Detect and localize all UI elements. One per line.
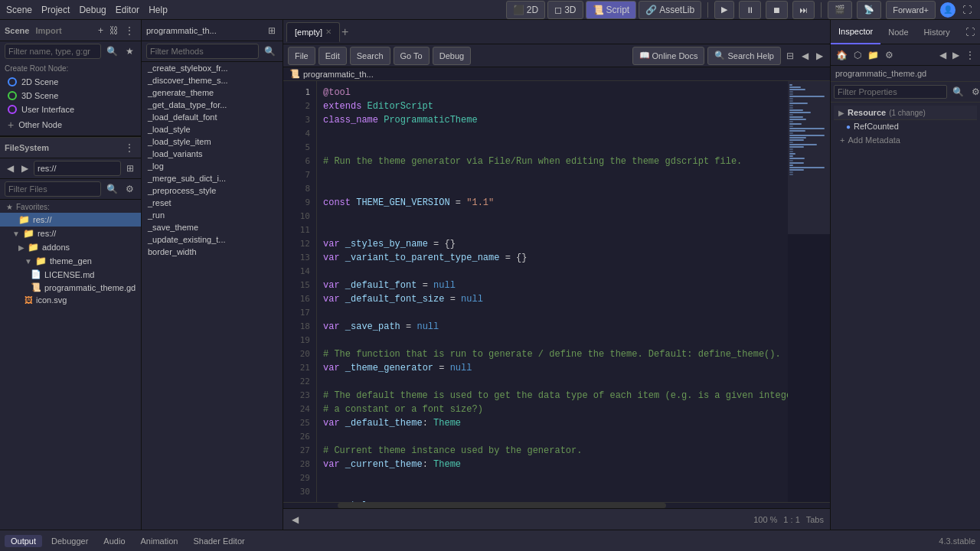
filter-search-btn[interactable]: 🔍 bbox=[950, 86, 966, 98]
link-btn[interactable]: ⛓ bbox=[107, 24, 121, 37]
method-item[interactable]: _generate_theme bbox=[142, 86, 283, 99]
create-other-node[interactable]: + Other Node bbox=[5, 117, 136, 132]
debug-menu-btn[interactable]: Debug bbox=[433, 47, 471, 65]
expand-btn[interactable]: ⛶ bbox=[963, 26, 977, 38]
movie-btn[interactable]: 🎬 bbox=[828, 1, 852, 19]
h-scroll-thumb[interactable] bbox=[338, 503, 665, 508]
online-docs-btn[interactable]: 📖 Online Docs bbox=[632, 47, 705, 65]
methods-search-field[interactable] bbox=[146, 44, 259, 59]
fs-programmatic[interactable]: 📜 programmatic_theme.gd bbox=[0, 281, 141, 294]
tab-inspector[interactable]: Inspector bbox=[831, 20, 880, 44]
tab-output[interactable]: Output bbox=[5, 535, 42, 547]
methods-search-input[interactable] bbox=[150, 47, 255, 56]
inspector-settings-btn[interactable]: ⚙ bbox=[883, 49, 896, 61]
fs-theme-gen[interactable]: ▼ 📁 theme_gen bbox=[0, 254, 141, 268]
method-item[interactable]: _preprocess_style bbox=[142, 184, 283, 197]
scene-search-input[interactable] bbox=[8, 47, 97, 56]
method-item[interactable]: _reset bbox=[142, 197, 283, 209]
toolbar-3d-btn[interactable]: ◻ 3D bbox=[547, 1, 583, 19]
create-2d-scene[interactable]: 2D Scene bbox=[5, 76, 136, 88]
methods-search-btn[interactable]: 🔍 bbox=[262, 44, 278, 59]
back-btn-inspector[interactable]: ◀ bbox=[937, 49, 949, 61]
pause-btn[interactable]: ⏸ bbox=[739, 1, 761, 19]
file-menu-btn[interactable]: File bbox=[288, 47, 315, 65]
code-content[interactable]: @toolextends EditorScriptclass_name Prog… bbox=[317, 81, 788, 502]
collapse-btn[interactable]: ◀ bbox=[289, 514, 301, 526]
goto-menu-btn[interactable]: Go To bbox=[394, 47, 430, 65]
fs-icon-svg[interactable]: 🖼 icon.svg bbox=[0, 294, 141, 306]
fs-filter-btn[interactable]: ⚙ bbox=[123, 181, 136, 197]
create-ui-scene[interactable]: User Interface bbox=[5, 103, 136, 116]
search-menu-btn[interactable]: Search bbox=[350, 47, 390, 65]
fs-res-item[interactable]: 📁 res:// bbox=[0, 213, 141, 227]
filter-properties-input[interactable] bbox=[834, 85, 947, 99]
fs-back-btn[interactable]: ◀ bbox=[5, 162, 16, 174]
toolbar-assetlib-btn[interactable]: 🔗 AssetLib bbox=[639, 1, 701, 19]
scene-search-btn[interactable]: 🔍 bbox=[104, 44, 120, 59]
toolbar-script-btn[interactable]: 📜 Script bbox=[586, 1, 637, 19]
method-item[interactable]: _run bbox=[142, 209, 283, 221]
method-item[interactable]: _load_style bbox=[142, 123, 283, 135]
fs-layout-btn[interactable]: ⊞ bbox=[124, 162, 136, 174]
search-help-btn[interactable]: 🔍 Search Help bbox=[707, 47, 781, 65]
step-btn[interactable]: ⏭ bbox=[792, 1, 815, 19]
tab-debugger[interactable]: Debugger bbox=[45, 535, 94, 547]
inspector-scene-btn[interactable]: 🏠 bbox=[834, 49, 850, 61]
inspector-options-btn[interactable]: ⋮ bbox=[963, 49, 977, 61]
methods-options-btn[interactable]: ⊞ bbox=[266, 24, 278, 37]
fs-search-input[interactable] bbox=[8, 184, 97, 194]
menu-editor[interactable]: Editor bbox=[116, 5, 139, 15]
method-item[interactable]: _merge_sub_dict_i... bbox=[142, 172, 283, 184]
fs-forward-btn[interactable]: ▶ bbox=[19, 162, 31, 174]
tab-close-btn[interactable]: ✕ bbox=[325, 28, 332, 36]
method-item[interactable]: _create_stylebox_fr... bbox=[142, 62, 283, 74]
fs-res-root[interactable]: ▼ 📁 res:// bbox=[0, 227, 141, 240]
horizontal-scrollbar[interactable] bbox=[283, 502, 830, 508]
tab-empty[interactable]: [empty] ✕ bbox=[286, 22, 340, 42]
method-item[interactable]: _load_variants bbox=[142, 148, 283, 160]
inspector-folder-btn[interactable]: 📁 bbox=[865, 49, 881, 61]
toolbar-2d-btn[interactable]: ⬛ 2D bbox=[506, 1, 545, 19]
stop-btn[interactable]: ⏹ bbox=[766, 1, 788, 19]
add-metadata-btn[interactable]: + Add Metadata bbox=[834, 132, 977, 148]
inspector-node-btn[interactable]: ⬡ bbox=[851, 49, 864, 61]
tab-audio[interactable]: Audio bbox=[97, 535, 131, 547]
maximize-btn[interactable]: ⛶ bbox=[960, 4, 974, 16]
menu-debug[interactable]: Debug bbox=[79, 5, 106, 15]
method-item[interactable]: _log bbox=[142, 160, 283, 172]
edit-menu-btn[interactable]: Edit bbox=[318, 47, 347, 65]
fs-addons[interactable]: ▶ 📁 addons bbox=[0, 240, 141, 254]
layout-toggle-btn[interactable]: ⊟ bbox=[784, 50, 796, 62]
user-avatar[interactable]: 👤 bbox=[940, 2, 956, 18]
tab-node[interactable]: Node bbox=[880, 20, 916, 44]
remote-btn[interactable]: 📡 bbox=[857, 1, 881, 19]
add-node-btn[interactable]: + bbox=[96, 24, 106, 37]
tab-animation[interactable]: Animation bbox=[135, 535, 185, 547]
forward-btn-inspector[interactable]: ▶ bbox=[950, 49, 962, 61]
method-item[interactable]: _discover_theme_s... bbox=[142, 74, 283, 86]
tab-shader-editor[interactable]: Shader Editor bbox=[187, 535, 250, 547]
fs-options-btn[interactable]: ⋮ bbox=[122, 142, 136, 154]
method-item[interactable]: _get_data_type_for... bbox=[142, 99, 283, 111]
fs-search-btn[interactable]: 🔍 bbox=[104, 181, 120, 197]
tab-history[interactable]: History bbox=[916, 20, 958, 44]
play-btn[interactable]: ▶ bbox=[714, 1, 734, 19]
method-item[interactable]: _update_existing_t... bbox=[142, 233, 283, 246]
tab-add-btn[interactable]: + bbox=[341, 25, 348, 39]
method-item[interactable]: _save_theme bbox=[142, 221, 283, 233]
menu-project[interactable]: Project bbox=[41, 5, 70, 15]
prev-btn[interactable]: ◀ bbox=[799, 50, 811, 62]
forward-btn[interactable]: Forward+ bbox=[886, 1, 936, 19]
fs-search-field[interactable] bbox=[5, 181, 101, 197]
scene-options-btn[interactable]: ⋮ bbox=[122, 24, 136, 37]
scene-star-btn[interactable]: ★ bbox=[123, 44, 136, 59]
next-btn[interactable]: ▶ bbox=[814, 50, 825, 62]
method-item[interactable]: _load_default_font bbox=[142, 111, 283, 123]
menu-help[interactable]: Help bbox=[149, 5, 168, 15]
menu-scene[interactable]: Scene bbox=[6, 5, 32, 15]
method-item[interactable]: _load_style_item bbox=[142, 135, 283, 148]
filter-settings-btn[interactable]: ⚙ bbox=[969, 86, 980, 98]
create-3d-scene[interactable]: 3D Scene bbox=[5, 90, 136, 102]
scene-search-field[interactable] bbox=[5, 44, 101, 59]
method-item[interactable]: border_width bbox=[142, 246, 283, 258]
